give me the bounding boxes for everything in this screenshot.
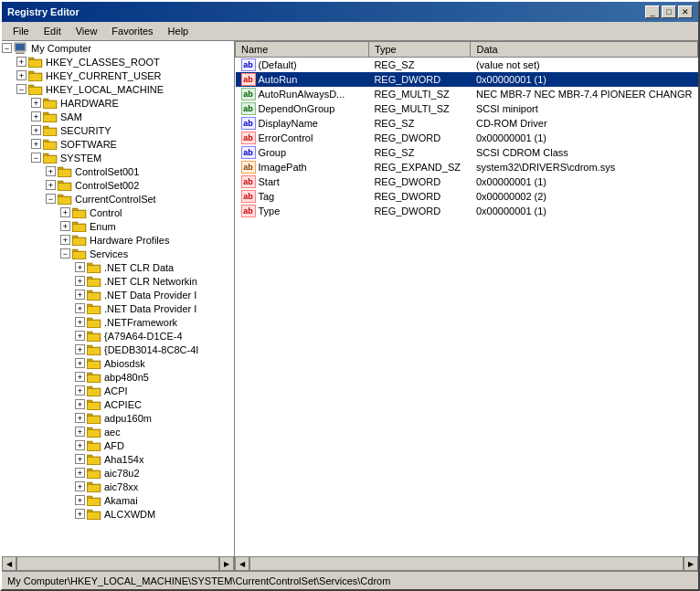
column-header-data[interactable]: Data bbox=[471, 42, 698, 58]
tree-item-mycomputer[interactable]: − My Computer bbox=[2, 41, 234, 55]
tree-expand-btn[interactable]: + bbox=[31, 98, 41, 108]
tree-item-aha154x[interactable]: + Aha154x bbox=[2, 452, 234, 466]
tree-item-system[interactable]: − SYSTEM bbox=[2, 151, 234, 164]
tree-expand-btn[interactable]: + bbox=[75, 509, 85, 519]
close-button[interactable]: ✕ bbox=[678, 5, 693, 18]
tree-item-control[interactable]: + Control bbox=[2, 206, 234, 219]
menu-item-favorites[interactable]: Favorites bbox=[104, 24, 160, 38]
tree-item-security[interactable]: + SECURITY bbox=[2, 123, 234, 137]
menu-item-view[interactable]: View bbox=[69, 24, 105, 38]
tree-expand-btn[interactable]: + bbox=[75, 358, 85, 368]
tree-item-abiosdsk[interactable]: + Abiosdsk bbox=[2, 356, 234, 370]
tree-expand-btn[interactable]: + bbox=[75, 495, 85, 505]
tree-item-aic78u2[interactable]: + aic78u2 bbox=[2, 466, 234, 480]
tree-expand-btn[interactable]: + bbox=[75, 440, 85, 450]
tree-item-enum[interactable]: + Enum bbox=[2, 219, 234, 233]
registry-table-scroll[interactable]: NameTypeData ab(Default)REG_SZ(value not… bbox=[235, 41, 698, 556]
menu-item-edit[interactable]: Edit bbox=[37, 24, 69, 38]
tree-expand-btn[interactable]: + bbox=[31, 139, 41, 149]
tree-expand-btn[interactable]: + bbox=[16, 57, 27, 67]
tree-item-software[interactable]: + SOFTWARE bbox=[2, 137, 234, 151]
tree-item-netframework[interactable]: + .NETFramework bbox=[2, 315, 234, 329]
tree-expand-btn[interactable]: + bbox=[75, 344, 85, 354]
scroll-right-btn-r[interactable]: ▶ bbox=[684, 556, 698, 571]
tree-expand-btn[interactable]: + bbox=[31, 111, 41, 121]
tree-item-aic78xx[interactable]: + aic78xx bbox=[2, 480, 234, 493]
tree-hscroll[interactable]: ◀ ▶ bbox=[2, 556, 234, 571]
table-row[interactable]: abTypeREG_DWORD0x00000001 (1) bbox=[236, 204, 698, 218]
tree-item-netclrnet[interactable]: + .NET CLR Networkin bbox=[2, 274, 234, 288]
tree-expand-btn[interactable]: + bbox=[75, 331, 85, 341]
tree-item-aec[interactable]: + aec bbox=[2, 425, 234, 438]
scroll-left-btn[interactable]: ◀ bbox=[2, 556, 16, 571]
scroll-track[interactable] bbox=[16, 556, 219, 571]
tree-expand-btn[interactable]: − bbox=[60, 248, 70, 259]
tree-expand-btn[interactable]: − bbox=[46, 194, 56, 204]
tree-expand-btn[interactable]: − bbox=[2, 43, 12, 53]
tree-expand-btn[interactable]: + bbox=[60, 221, 70, 231]
tree-expand-btn[interactable]: + bbox=[75, 385, 85, 396]
tree-item-akamai[interactable]: + Akamai bbox=[2, 493, 234, 507]
table-row[interactable]: abImagePathREG_EXPAND_SZsystem32\DRIVERS… bbox=[236, 160, 698, 174]
menu-item-help[interactable]: Help bbox=[161, 24, 196, 38]
tree-expand-btn[interactable]: + bbox=[75, 372, 85, 382]
tree-expand-btn[interactable]: + bbox=[75, 317, 85, 327]
tree-expand-btn[interactable]: + bbox=[75, 427, 85, 437]
tree-expand-btn[interactable]: + bbox=[75, 413, 85, 423]
maximize-button[interactable]: □ bbox=[662, 5, 676, 18]
tree-expand-btn[interactable]: + bbox=[75, 481, 85, 491]
table-row[interactable]: abDisplayNameREG_SZCD-ROM Driver bbox=[236, 116, 698, 131]
table-row[interactable]: abErrorControlREG_DWORD0x00000001 (1) bbox=[236, 131, 698, 145]
table-row[interactable]: abTagREG_DWORD0x00000002 (2) bbox=[236, 189, 698, 204]
tree-expand-btn[interactable]: + bbox=[60, 235, 70, 245]
table-row[interactable]: abDependOnGroupREG_MULTI_SZSCSI miniport bbox=[236, 101, 698, 116]
tree-item-hwprofiles[interactable]: + Hardware Profiles bbox=[2, 233, 234, 247]
column-header-type[interactable]: Type bbox=[368, 42, 471, 58]
tree-expand-btn[interactable]: − bbox=[16, 84, 27, 94]
tree-scroll[interactable]: − My Computer+ HKEY_CLASSES_ROOT+ HKEY_C… bbox=[2, 41, 234, 556]
tree-expand-btn[interactable]: + bbox=[46, 166, 56, 176]
tree-item-hkcr[interactable]: + HKEY_CLASSES_ROOT bbox=[2, 55, 234, 69]
scroll-track-r[interactable] bbox=[249, 556, 684, 571]
right-hscroll[interactable]: ◀ ▶ bbox=[235, 556, 698, 571]
tree-item-afd[interactable]: + AFD bbox=[2, 438, 234, 452]
table-row[interactable]: abAutoRunAlwaysD...REG_MULTI_SZNEC MBR-7… bbox=[236, 87, 698, 101]
table-row[interactable]: abStartREG_DWORD0x00000001 (1) bbox=[236, 174, 698, 189]
tree-item-ccs[interactable]: − CurrentControlSet bbox=[2, 192, 234, 206]
tree-expand-btn[interactable]: + bbox=[75, 399, 85, 409]
tree-item-netdataprov1[interactable]: + .NET Data Provider I bbox=[2, 288, 234, 301]
tree-expand-btn[interactable]: + bbox=[31, 125, 41, 135]
tree-item-hklm[interactable]: − HKEY_LOCAL_MACHINE bbox=[2, 82, 234, 96]
table-row[interactable]: abGroupREG_SZSCSI CDROM Class bbox=[236, 145, 698, 160]
tree-item-services[interactable]: − Services bbox=[2, 247, 234, 260]
tree-expand-btn[interactable]: + bbox=[46, 180, 56, 190]
tree-expand-btn[interactable]: + bbox=[75, 262, 85, 272]
tree-item-alcxwdm[interactable]: + ALCXWDM bbox=[2, 507, 234, 521]
minimize-button[interactable]: _ bbox=[645, 5, 660, 18]
scroll-right-btn[interactable]: ▶ bbox=[219, 556, 234, 571]
column-header-name[interactable]: Name bbox=[236, 42, 369, 58]
tree-expand-btn[interactable]: − bbox=[31, 153, 41, 163]
menu-item-file[interactable]: File bbox=[5, 24, 37, 38]
tree-expand-btn[interactable]: + bbox=[75, 454, 85, 464]
table-row[interactable]: abAutoRunREG_DWORD0x00000001 (1) bbox=[236, 72, 698, 87]
tree-item-adpu160m[interactable]: + adpu160m bbox=[2, 411, 234, 425]
scroll-left-btn-r[interactable]: ◀ bbox=[235, 556, 249, 571]
tree-item-guid1[interactable]: + {A79A64-D1CE-4 bbox=[2, 329, 234, 343]
tree-item-hardware[interactable]: + HARDWARE bbox=[2, 96, 234, 110]
tree-item-acpi[interactable]: + ACPI bbox=[2, 384, 234, 397]
tree-item-netdataprov2[interactable]: + .NET Data Provider I bbox=[2, 301, 234, 315]
tree-item-netclrdata[interactable]: + .NET CLR Data bbox=[2, 260, 234, 274]
tree-item-controlset001[interactable]: + ControlSet001 bbox=[2, 164, 234, 178]
tree-item-abp480n5[interactable]: + abp480n5 bbox=[2, 370, 234, 384]
table-row[interactable]: ab(Default)REG_SZ(value not set) bbox=[236, 58, 698, 73]
tree-item-guid2[interactable]: + {DEDB3014-8C8C-4I bbox=[2, 343, 234, 356]
tree-expand-btn[interactable]: + bbox=[60, 207, 70, 217]
tree-expand-btn[interactable]: + bbox=[75, 290, 85, 300]
tree-expand-btn[interactable]: + bbox=[75, 276, 85, 286]
tree-item-controlset002[interactable]: + ControlSet002 bbox=[2, 178, 234, 192]
tree-item-acpiec[interactable]: + ACPIEC bbox=[2, 397, 234, 411]
tree-expand-btn[interactable]: + bbox=[16, 70, 27, 80]
tree-expand-btn[interactable]: + bbox=[75, 303, 85, 313]
tree-item-sam[interactable]: + SAM bbox=[2, 110, 234, 123]
